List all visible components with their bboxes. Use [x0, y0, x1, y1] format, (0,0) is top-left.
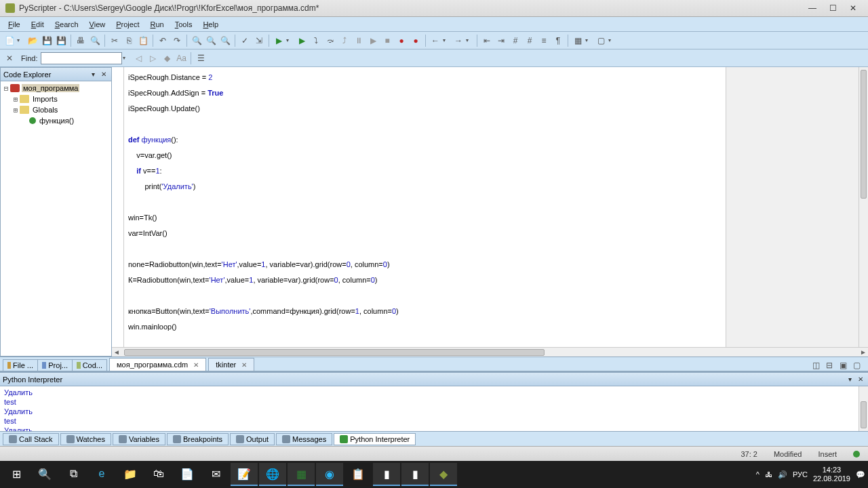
menu-help[interactable]: Help — [197, 19, 224, 30]
find-options-button[interactable]: ☰ — [194, 52, 208, 65]
tab-close-icon[interactable]: ✕ — [241, 361, 247, 369]
toggle-list-button[interactable]: ≡ — [537, 34, 551, 47]
system-tray[interactable]: ^ 🖧 🔊 РУС 14:2322.08.2019 💬 — [756, 466, 865, 483]
network-icon[interactable]: 🖧 — [765, 470, 772, 479]
continue-button[interactable]: ▶ — [366, 34, 380, 47]
cmd-icon-2[interactable]: ▮ — [401, 463, 429, 486]
find-next2-button[interactable]: ▷ — [146, 52, 159, 65]
find-prev-button[interactable]: ◁ — [132, 52, 145, 65]
find-input[interactable] — [41, 52, 122, 64]
menu-edit[interactable]: Edit — [26, 19, 50, 30]
indent-button[interactable]: ⇥ — [494, 34, 508, 47]
open-file-button[interactable]: 📂 — [26, 34, 39, 47]
menu-project[interactable]: Project — [111, 19, 144, 30]
paste-button[interactable]: 📋 — [136, 34, 150, 47]
save-button[interactable]: 💾 — [40, 34, 54, 47]
close-editor-button[interactable]: ▢ — [850, 360, 863, 371]
chrome-icon[interactable]: 🌐 — [259, 463, 286, 486]
minimize-button[interactable]: — — [803, 2, 822, 14]
new-file-button[interactable]: 📄 — [3, 34, 16, 47]
split-v-button[interactable]: ⊟ — [823, 360, 835, 371]
print-preview-button[interactable]: 🔍 — [88, 34, 102, 47]
tab-main-file[interactable]: моя_программа.cdm✕ — [109, 358, 206, 371]
pause-button[interactable]: ⏸ — [352, 34, 366, 47]
run-button[interactable]: ▶ — [272, 34, 285, 47]
vertical-scrollbar[interactable] — [859, 67, 868, 347]
print-button[interactable]: 🖶 — [74, 34, 87, 47]
panel-close-icon[interactable]: ✕ — [99, 70, 108, 79]
explorer-icon[interactable]: 📁 — [117, 463, 144, 486]
tab-tkinter[interactable]: tkinter✕ — [208, 358, 254, 371]
volume-icon[interactable]: 🔊 — [778, 470, 787, 479]
maximize-editor-button[interactable]: ▣ — [837, 360, 849, 371]
hscroll-thumb[interactable] — [124, 349, 545, 356]
excel-icon[interactable]: ▦ — [288, 463, 315, 486]
notepadpp-icon[interactable]: 📝 — [231, 463, 258, 486]
tree-root[interactable]: моя_программа — [22, 84, 79, 92]
tab-python-interpreter[interactable]: Python Interpreter — [334, 433, 416, 445]
scroll-left-icon[interactable]: ◄ — [112, 348, 121, 357]
tab-messages[interactable]: Messages — [276, 433, 332, 445]
notepad-icon[interactable]: 📄 — [174, 463, 201, 486]
bookmark-gutter[interactable] — [112, 67, 124, 347]
tab-breakpoints[interactable]: Breakpoints — [167, 433, 229, 445]
left-tab-project[interactable]: Proj... — [37, 359, 73, 371]
step-over-button[interactable]: ⤼ — [323, 34, 337, 47]
split-h-button[interactable]: ◫ — [810, 360, 822, 371]
console-scrollbar[interactable] — [859, 386, 868, 431]
match-case-button[interactable]: Aa — [174, 52, 188, 65]
tree-imports[interactable]: Imports — [31, 95, 59, 103]
redo-button[interactable]: ↷ — [170, 34, 184, 47]
step-out-button[interactable]: ⤴ — [338, 34, 351, 47]
undo-button[interactable]: ↶ — [156, 34, 170, 47]
panel-close-icon[interactable]: ✕ — [856, 375, 865, 384]
tab-close-icon[interactable]: ✕ — [193, 361, 199, 369]
tab-watches[interactable]: Watches — [60, 433, 111, 445]
cut-button[interactable]: ✂ — [108, 34, 121, 47]
task-view-button[interactable]: ⧉ — [60, 463, 87, 486]
mail-icon[interactable]: ✉ — [202, 463, 229, 486]
search-button[interactable]: 🔍 — [31, 463, 58, 486]
left-tab-code[interactable]: Cod... — [72, 359, 107, 371]
debug-button[interactable]: ▶ — [295, 34, 309, 47]
scroll-right-icon[interactable]: ► — [859, 348, 868, 357]
pyscripter-icon[interactable]: ◆ — [430, 463, 457, 486]
reinit-button[interactable]: ● — [409, 34, 422, 47]
menu-tools[interactable]: Tools — [170, 19, 198, 30]
back-button[interactable]: ← — [429, 34, 442, 47]
outdent-button[interactable]: ⇤ — [480, 34, 494, 47]
menu-search[interactable]: Search — [50, 19, 84, 30]
menu-file[interactable]: File — [3, 19, 26, 30]
panel-dropdown-icon[interactable]: ▾ — [88, 70, 98, 79]
horizontal-scrollbar[interactable]: ◄ ► — [112, 347, 868, 357]
app-icon-2[interactable]: 📋 — [344, 463, 372, 486]
import-button[interactable]: ⇲ — [252, 34, 266, 47]
uncomment-button[interactable]: # — [523, 34, 536, 47]
replace-button[interactable]: 🔍 — [218, 34, 232, 47]
interpreter-console[interactable]: Удалить test Удалить test Удалить >>> — [0, 386, 868, 431]
language-indicator[interactable]: РУС — [793, 470, 808, 479]
scroll-thumb[interactable] — [861, 70, 867, 199]
windows-button[interactable]: ▢ — [594, 34, 608, 47]
tab-output[interactable]: Output — [230, 433, 275, 445]
maximize-button[interactable]: ☐ — [823, 2, 842, 14]
tree-func[interactable]: функция() — [38, 117, 75, 125]
stop-button[interactable]: ■ — [380, 34, 394, 47]
layouts-button[interactable]: ▦ — [571, 34, 585, 47]
tray-chevron-icon[interactable]: ^ — [756, 470, 760, 479]
panel-pin-icon[interactable]: ▾ — [845, 375, 854, 384]
tab-call-stack[interactable]: Call Stack — [3, 433, 59, 445]
cmd-icon[interactable]: ▮ — [373, 463, 400, 486]
notifications-icon[interactable]: 💬 — [856, 470, 865, 479]
syntax-check-button[interactable]: ✓ — [238, 34, 252, 47]
find-button[interactable]: 🔍 — [190, 34, 203, 47]
console-scroll-thumb[interactable] — [861, 401, 867, 428]
step-into-button[interactable]: ⤵ — [309, 34, 323, 47]
code-editor[interactable]: iSpecRough.Distance = 2 iSpecRough.AddSi… — [124, 67, 726, 347]
toggle-marks-button[interactable]: ¶ — [551, 34, 565, 47]
store-icon[interactable]: 🛍 — [145, 463, 172, 486]
save-all-button[interactable]: 💾 — [54, 34, 68, 47]
clock[interactable]: 14:2322.08.2019 — [813, 466, 850, 483]
taskbar[interactable]: ⊞ 🔍 ⧉ e 📁 🛍 📄 ✉ 📝 🌐 ▦ ◉ 📋 ▮ ▮ ◆ ^ 🖧 🔊 РУ… — [0, 461, 868, 488]
copy-button[interactable]: ⎘ — [122, 34, 136, 47]
